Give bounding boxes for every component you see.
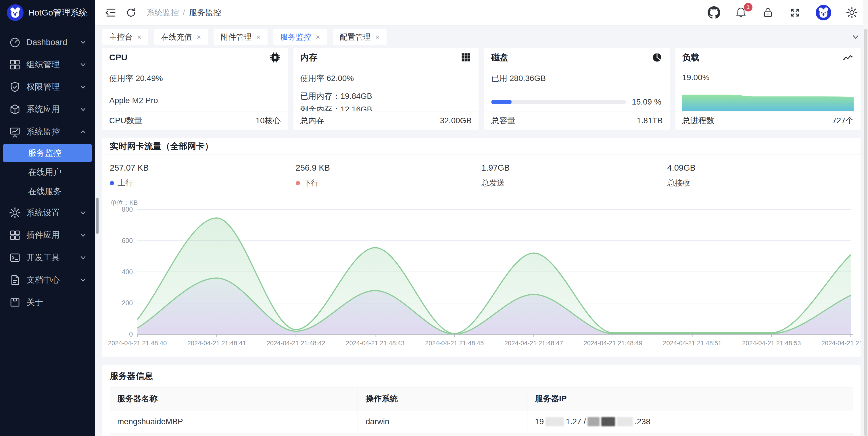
- tabs-collapse-chevron-icon[interactable]: [851, 32, 861, 42]
- server-name-cell: mengshuaideMBP: [110, 410, 358, 433]
- dashboard-icon: [9, 36, 21, 48]
- svg-text:800: 800: [122, 206, 133, 213]
- close-tab-icon[interactable]: ×: [375, 33, 380, 41]
- page-scrollbar-thumb[interactable]: [864, 29, 867, 436]
- legend-dot-icon: [296, 181, 300, 185]
- close-tab-icon[interactable]: ×: [137, 33, 142, 41]
- memory-card: 内存 使用率 62.00% 已用内存：19.84GB 剩余内存：12.16GB …: [293, 48, 479, 130]
- server-panel-title: 服务器信息: [102, 365, 861, 387]
- close-tab-icon[interactable]: ×: [316, 33, 320, 41]
- memory-footer-label: 总内存: [300, 115, 324, 126]
- stat-label: 下行: [296, 178, 482, 188]
- page-content: CPU 使用率 20.49% Apple M2 Pro CPU数量 10核心 内…: [95, 48, 868, 436]
- tabs-bar: 主控台×在线充值×附件管理×服务监控×配置管理×: [95, 26, 868, 48]
- content-scrollbar-thumb[interactable]: [96, 198, 99, 234]
- cpu-usage-text: 使用率 20.49%: [109, 73, 281, 84]
- redacted-ip-block: [601, 417, 615, 426]
- server-info-table: 服务器名称操作系统服务器IP mengshuaideMBPdarwin191.2…: [110, 387, 853, 433]
- sidebar-item-plugin-apps[interactable]: 插件应用: [0, 224, 95, 246]
- disk-footer-value: 1.81TB: [637, 116, 662, 125]
- sidebar-item-about[interactable]: 关于: [0, 291, 95, 314]
- sidebar-item-system-settings[interactable]: 系统设置: [0, 202, 95, 224]
- tab-online-recharge[interactable]: 在线充值×: [154, 29, 208, 45]
- sidebar-item-label: 文档中心: [26, 274, 79, 286]
- server-table-header-0: 服务器名称: [110, 387, 358, 410]
- chevron-down-icon: [79, 276, 87, 284]
- gear-icon: [9, 206, 21, 219]
- close-tab-icon[interactable]: ×: [256, 33, 260, 41]
- sidebar-item-label: 系统监控: [26, 126, 79, 138]
- sidebar-item-label: 关于: [26, 297, 79, 308]
- breadcrumb: 系统监控 / 服务监控: [147, 7, 221, 18]
- lock-icon[interactable]: [762, 6, 774, 19]
- network-stat-3: 4.09GB总接收: [668, 163, 853, 188]
- stat-cards-row: CPU 使用率 20.49% Apple M2 Pro CPU数量 10核心 内…: [102, 48, 861, 130]
- plugin-grid-icon: [9, 229, 21, 241]
- sidebar-subitem-service-monitor[interactable]: 服务监控: [3, 144, 92, 162]
- svg-text:600: 600: [122, 237, 133, 244]
- svg-text:2024-04-21 21:48:40: 2024-04-21 21:48:40: [108, 339, 167, 347]
- cpu-footer-label: CPU数量: [109, 115, 142, 126]
- network-traffic-panel: 实时网卡流量（全部网卡） 257.07 KB上行256.9 KB下行1.97GB…: [102, 138, 861, 357]
- bell-icon[interactable]: 1: [735, 6, 747, 19]
- chevron-down-icon: [79, 83, 87, 91]
- sidebar-item-doc-center[interactable]: 文档中心: [0, 269, 95, 291]
- sidebar-item-org-manage[interactable]: 组织管理: [0, 54, 95, 76]
- sidebar: HotGo管理系统 Dashboard组织管理权限管理系统应用系统监控服务监控在…: [0, 0, 95, 436]
- svg-text:2024-04-21 21:48:53: 2024-04-21 21:48:53: [742, 339, 801, 347]
- no-chevron: [79, 298, 87, 307]
- sidebar-item-permission-manage[interactable]: 权限管理: [0, 76, 95, 98]
- refresh-icon[interactable]: [125, 6, 137, 19]
- stat-label: 上行: [110, 178, 296, 188]
- breadcrumb-parent[interactable]: 系统监控: [147, 7, 179, 18]
- server-os-cell: darwin: [358, 410, 527, 433]
- server-info-panel: 服务器信息 服务器名称操作系统服务器IP mengshuaideMBPdarwi…: [102, 365, 861, 436]
- tab-attachment-manage[interactable]: 附件管理×: [214, 29, 267, 45]
- tab-label: 在线充值: [161, 32, 192, 42]
- collapse-sidebar-icon[interactable]: [104, 6, 117, 19]
- network-stats-row: 257.07 KB上行256.9 KB下行1.97GB总发送4.09GB总接收: [102, 155, 861, 188]
- tab-label: 主控台: [109, 32, 132, 42]
- monitor-chart-icon: [9, 126, 21, 138]
- gear-icon[interactable]: [845, 6, 858, 19]
- svg-text:2024-04-21 21:48:47: 2024-04-21 21:48:47: [504, 339, 563, 347]
- sidebar-item-system-apps[interactable]: 系统应用: [0, 98, 95, 121]
- sidebar-item-system-monitor[interactable]: 系统监控: [0, 121, 95, 143]
- close-tab-icon[interactable]: ×: [196, 33, 201, 41]
- sidebar-subitem-online-services[interactable]: 在线服务: [3, 182, 92, 201]
- memory-card-title: 内存: [300, 52, 318, 64]
- logo-row[interactable]: HotGo管理系统: [0, 0, 95, 25]
- svg-text:200: 200: [122, 299, 133, 307]
- tab-config-manage[interactable]: 配置管理×: [333, 29, 386, 45]
- stat-value: 1.97GB: [482, 163, 668, 173]
- chevron-down-icon: [79, 208, 87, 217]
- memory-used-text: 已用内存：19.84GB: [300, 91, 472, 102]
- page-scrollbar[interactable]: [863, 0, 868, 436]
- server-table-header-2: 服务器IP: [527, 387, 853, 410]
- sidebar-item-dev-tools[interactable]: 开发工具: [0, 246, 95, 269]
- svg-text:2024-04-21 21:48:45: 2024-04-21 21:48:45: [425, 339, 484, 347]
- topbar-actions: 1: [708, 5, 858, 21]
- disk-usage-progressbar: 15.09 %: [491, 97, 663, 107]
- tab-label: 配置管理: [340, 32, 371, 42]
- network-traffic-chart: 单位：KB02004006008002024-04-21 21:48:40202…: [110, 198, 854, 348]
- stat-label: 总发送: [482, 178, 668, 188]
- sidebar-item-dashboard[interactable]: Dashboard: [0, 31, 95, 54]
- fullscreen-icon[interactable]: [789, 6, 801, 19]
- sidebar-menu: Dashboard组织管理权限管理系统应用系统监控服务监控在线用户在线服务系统设…: [0, 25, 95, 314]
- app-title: HotGo管理系统: [28, 7, 88, 19]
- cpu-card-title: CPU: [109, 53, 127, 62]
- user-avatar[interactable]: [816, 5, 831, 21]
- sidebar-subitem-online-users[interactable]: 在线用户: [3, 163, 92, 181]
- chevron-down-icon: [79, 60, 87, 69]
- load-footer-label: 总进程数: [682, 115, 715, 126]
- tab-service-monitor[interactable]: 服务监控×: [273, 29, 327, 45]
- load-footer-value: 727个: [832, 115, 854, 126]
- sidebar-item-label: 插件应用: [26, 230, 79, 241]
- table-next-row-cut: [110, 433, 853, 436]
- app-root: HotGo管理系统 Dashboard组织管理权限管理系统应用系统监控服务监控在…: [0, 0, 868, 436]
- disk-used-text: 已用 280.36GB: [491, 73, 663, 84]
- github-icon[interactable]: [708, 6, 720, 19]
- tab-console[interactable]: 主控台×: [102, 29, 148, 45]
- load-card: 负载 19.00% 总进程数 727个: [676, 48, 861, 130]
